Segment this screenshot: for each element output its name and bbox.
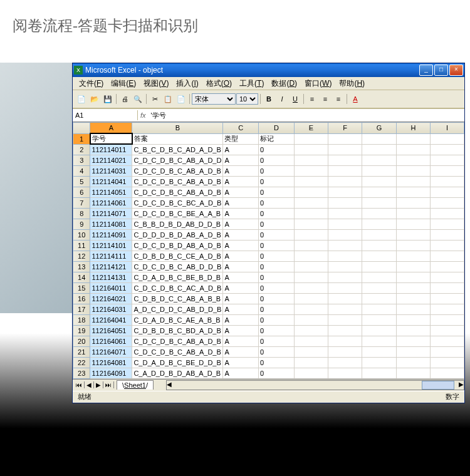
- cell-F16[interactable]: [328, 293, 362, 304]
- cell-G21[interactable]: [362, 346, 396, 357]
- cell-A10[interactable]: 112114091: [90, 229, 132, 240]
- cell-D23[interactable]: 0: [259, 368, 295, 378]
- cell-B7[interactable]: C_D_C_D_B_C_BC_A_D_B: [132, 197, 223, 208]
- tab-prev-icon[interactable]: ◀: [85, 381, 94, 388]
- cell-A21[interactable]: 112164071: [90, 346, 132, 357]
- cell-A15[interactable]: 112164011: [90, 282, 132, 293]
- cell-G11[interactable]: [362, 240, 396, 251]
- font-color-icon[interactable]: A: [349, 93, 362, 105]
- menu-w[interactable]: 窗口(W): [301, 77, 335, 90]
- cell-I4[interactable]: [431, 165, 464, 176]
- cell-F23[interactable]: [328, 368, 362, 378]
- cell-G7[interactable]: [362, 197, 396, 208]
- cell-B23[interactable]: C_A_D_D_B_D_AB_A_D_B: [132, 368, 223, 378]
- cell-E13[interactable]: [294, 261, 328, 272]
- cell-C18[interactable]: A: [223, 314, 259, 325]
- cell-A23[interactable]: 112164091: [90, 368, 132, 378]
- cell-I22[interactable]: [431, 357, 464, 368]
- row-header-23[interactable]: 23: [73, 368, 90, 378]
- cell-D17[interactable]: 0: [259, 304, 295, 314]
- cell-F17[interactable]: [328, 304, 362, 314]
- cell-H23[interactable]: [396, 368, 430, 378]
- cell-D1[interactable]: 标记: [259, 133, 295, 144]
- row-header-3[interactable]: 3: [73, 155, 90, 165]
- menu-e[interactable]: 编辑(E): [107, 77, 140, 90]
- cell-I2[interactable]: [431, 144, 464, 155]
- cell-H19[interactable]: [396, 325, 430, 336]
- cell-G1[interactable]: [362, 133, 396, 144]
- cell-F7[interactable]: [328, 197, 362, 208]
- cell-A9[interactable]: 112114081: [90, 219, 132, 229]
- cell-I23[interactable]: [431, 368, 464, 378]
- cell-B19[interactable]: C_D_B_D_B_C_BD_A_D_B: [132, 325, 223, 336]
- cell-H10[interactable]: [396, 229, 430, 240]
- cell-A4[interactable]: 112114031: [90, 165, 132, 176]
- col-header-D[interactable]: D: [259, 123, 295, 134]
- row-header-7[interactable]: 7: [73, 197, 90, 208]
- align-left-icon[interactable]: ≡: [306, 93, 318, 105]
- col-header-E[interactable]: E: [294, 123, 328, 134]
- cell-C8[interactable]: A: [223, 208, 259, 219]
- cell-C14[interactable]: A: [223, 272, 259, 282]
- row-header-19[interactable]: 19: [73, 325, 90, 336]
- cell-D9[interactable]: 0: [259, 219, 295, 229]
- cell-I20[interactable]: [431, 336, 464, 346]
- spreadsheet-grid[interactable]: ABCDEFGHI1学号答案类型标记2112114011C_B_C_D_B_C_…: [73, 122, 464, 379]
- cell-I15[interactable]: [431, 282, 464, 293]
- cell-C6[interactable]: A: [223, 187, 259, 197]
- cell-C13[interactable]: A: [223, 261, 259, 272]
- cell-G13[interactable]: [362, 261, 396, 272]
- cell-C12[interactable]: A: [223, 251, 259, 261]
- cell-F8[interactable]: [328, 208, 362, 219]
- cell-F13[interactable]: [328, 261, 362, 272]
- cell-A11[interactable]: 112114101: [90, 240, 132, 251]
- cell-G2[interactable]: [362, 144, 396, 155]
- cell-F20[interactable]: [328, 336, 362, 346]
- open-icon[interactable]: 📂: [88, 93, 101, 105]
- cell-B20[interactable]: C_D_C_D_B_C_AB_A_D_B: [132, 336, 223, 346]
- cell-F21[interactable]: [328, 346, 362, 357]
- formula-input[interactable]: '学号: [149, 110, 464, 122]
- row-header-12[interactable]: 12: [73, 251, 90, 261]
- cell-D4[interactable]: 0: [259, 165, 295, 176]
- new-icon[interactable]: 📄: [75, 93, 88, 105]
- cell-D6[interactable]: 0: [259, 187, 295, 197]
- cell-D11[interactable]: 0: [259, 240, 295, 251]
- cell-D14[interactable]: 0: [259, 272, 295, 282]
- cell-B12[interactable]: C_D_B_D_B_C_CE_A_D_B: [132, 251, 223, 261]
- cell-I14[interactable]: [431, 272, 464, 282]
- save-icon[interactable]: 💾: [102, 93, 114, 105]
- fx-icon[interactable]: fx: [138, 111, 149, 119]
- cell-G15[interactable]: [362, 282, 396, 293]
- row-header-10[interactable]: 10: [73, 229, 90, 240]
- cell-H4[interactable]: [396, 165, 430, 176]
- cell-G4[interactable]: [362, 165, 396, 176]
- menu-d[interactable]: 数据(D): [268, 77, 301, 90]
- tab-last-icon[interactable]: ⏭: [103, 381, 114, 388]
- cell-C1[interactable]: 类型: [223, 133, 259, 144]
- cell-F15[interactable]: [328, 282, 362, 293]
- col-header-I[interactable]: I: [431, 123, 464, 134]
- cell-A17[interactable]: 112164031: [90, 304, 132, 314]
- cell-F10[interactable]: [328, 229, 362, 240]
- cell-D8[interactable]: 0: [259, 208, 295, 219]
- row-header-22[interactable]: 22: [73, 357, 90, 368]
- cell-H5[interactable]: [396, 176, 430, 187]
- cell-D10[interactable]: 0: [259, 229, 295, 240]
- cell-F9[interactable]: [328, 219, 362, 229]
- row-header-13[interactable]: 13: [73, 261, 90, 272]
- cell-D20[interactable]: 0: [259, 336, 295, 346]
- cell-E21[interactable]: [294, 346, 328, 357]
- cell-A1[interactable]: 学号: [90, 133, 132, 144]
- cell-C4[interactable]: A: [223, 165, 259, 176]
- cell-G5[interactable]: [362, 176, 396, 187]
- cell-I16[interactable]: [431, 293, 464, 304]
- cell-E5[interactable]: [294, 176, 328, 187]
- minimize-button[interactable]: _: [419, 65, 433, 76]
- cell-C17[interactable]: A: [223, 304, 259, 314]
- cell-F18[interactable]: [328, 314, 362, 325]
- cell-A20[interactable]: 112164061: [90, 336, 132, 346]
- cell-D21[interactable]: 0: [259, 346, 295, 357]
- cell-I17[interactable]: [431, 304, 464, 314]
- col-header-B[interactable]: B: [132, 123, 223, 134]
